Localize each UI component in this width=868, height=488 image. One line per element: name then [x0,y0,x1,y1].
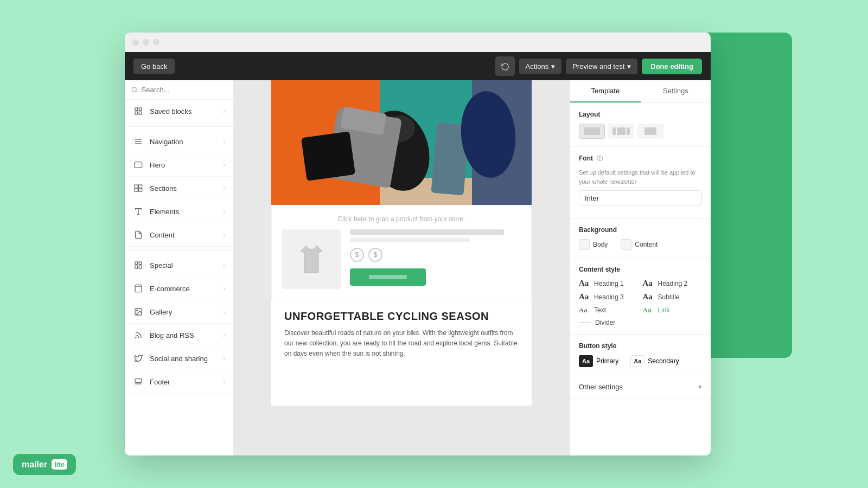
bg-content-label: Content [635,241,658,248]
content-color-swatch[interactable] [621,239,631,250]
hero-label: Hero [150,161,218,169]
font-label-row: Font ⓘ [579,155,702,163]
bg-body-label: Body [593,241,608,248]
done-editing-button[interactable]: Done editing [642,59,702,74]
sidebar-item-sections[interactable]: Sections › [125,177,233,200]
sidebar-item-hero[interactable]: Hero › [125,153,233,177]
svg-rect-5 [139,112,142,114]
sections-chevron-icon: › [223,185,225,191]
content-icon [132,229,144,241]
other-settings-row[interactable]: Other settings ▾ [579,383,702,391]
svg-rect-17 [139,262,142,265]
svg-rect-19 [135,266,138,268]
style-heading1[interactable]: Aa Heading 1 [579,279,639,288]
footer-icon [132,376,144,388]
button-primary-item[interactable]: Aa Primary [579,355,618,367]
style-heading3[interactable]: Aa Heading 3 [579,292,639,301]
actions-button[interactable]: Actions ▾ [519,59,562,74]
sidebar-item-blog-rss[interactable]: Blog and RSS › [125,324,233,347]
style-subtitle[interactable]: Aa Subtitle [643,292,703,301]
go-back-button[interactable]: Go back [133,59,175,74]
primary-label: Primary [596,357,618,365]
preview-button[interactable]: Preview and test ▾ [566,59,637,74]
content-chevron-icon: › [223,232,225,238]
title-bar [125,33,711,52]
product-image-placeholder [282,229,341,289]
tab-template[interactable]: Template [570,80,641,102]
background-section: Background Body Content [570,219,711,258]
history-button[interactable] [495,56,515,76]
elements-label: Elements [150,208,218,216]
other-settings-section[interactable]: Other settings ▾ [570,375,711,399]
add-to-cart-button[interactable] [350,268,426,286]
logo-text: mailer [22,460,47,470]
font-select[interactable]: Inter Arial Georgia [579,190,702,206]
divider-label: Divider [595,319,615,326]
saved-blocks-label: Saved blocks [150,107,218,115]
content-style-label: Content style [579,266,702,273]
hero-image[interactable] [271,80,532,205]
svg-point-0 [132,87,136,92]
svg-rect-2 [135,108,138,111]
product-price-icons: $ $ [350,248,521,262]
traffic-light-green [153,39,159,46]
sidebar-item-social[interactable]: Social and sharing › [125,347,233,370]
sidebar-item-content[interactable]: Content › [125,223,233,247]
layout-bar-left [612,127,616,135]
bg-option-body[interactable]: Body [579,239,608,250]
body-color-swatch[interactable] [579,239,590,250]
content-label: Content [150,231,218,239]
button-secondary-item[interactable]: Aa Secondary [630,355,679,367]
product-section[interactable]: Click here to grab a product from your s… [271,205,532,299]
svg-rect-10 [135,185,138,188]
bg-option-content[interactable]: Content [621,239,658,250]
logo-badge: lite [52,459,67,470]
elements-icon [132,206,144,217]
product-subtitle-bar [350,238,470,242]
sidebar-item-ecommerce[interactable]: E-commerce › [125,277,233,300]
right-panel: Template Settings Layout [570,80,711,455]
sidebar-item-footer[interactable]: Footer › [125,370,233,394]
layout-option-slim[interactable] [637,124,663,139]
sidebar-item-elements[interactable]: Elements › [125,200,233,223]
search-input[interactable] [142,86,226,94]
layout-option-centered[interactable] [608,124,634,139]
gallery-label: Gallery [150,308,218,316]
product-grab-text: Click here to grab a product from your s… [282,215,521,223]
social-icon [132,352,144,364]
sidebar-item-saved-blocks[interactable]: Saved blocks › [125,100,233,123]
primary-button-preview: Aa [579,355,593,367]
social-chevron-icon: › [223,355,225,362]
special-chevron-icon: › [223,262,225,268]
layout-options [579,124,702,139]
svg-rect-11 [139,185,142,188]
toolbar: Go back Actions ▾ Preview and test ▾ Don… [125,52,711,80]
layout-bar-full [584,127,600,135]
email-body-text: Discover beautiful roads of nature on yo… [284,328,519,359]
product-title-bar [350,229,504,235]
saved-blocks-chevron-icon: › [223,108,225,114]
divider-preview [579,322,591,323]
sidebar-item-gallery[interactable]: Gallery › [125,300,233,324]
special-label: Special [150,261,218,269]
layout-option-full[interactable] [579,124,605,139]
tab-settings[interactable]: Settings [641,80,711,102]
background-label: Background [579,226,702,234]
sections-icon [132,182,144,194]
sidebar-item-special[interactable]: Special › [125,254,233,277]
right-panel-tabs: Template Settings [570,80,711,103]
svg-point-23 [136,337,136,338]
navigation-icon [132,136,144,147]
layout-bar-right [627,127,630,135]
traffic-light-red [132,39,139,46]
divider-item[interactable]: Divider [579,319,702,326]
sidebar-item-navigation[interactable]: Navigation › [125,130,233,153]
newsletter-description: Set up default settings that will be app… [579,168,702,186]
style-heading2[interactable]: Aa Heading 2 [643,279,703,288]
font-section: Font ⓘ Set up default settings that will… [570,147,711,219]
style-text[interactable]: Aa Text [579,306,639,314]
style-link[interactable]: Aa Link [643,306,703,314]
ecommerce-chevron-icon: › [223,285,225,292]
hero-clothing-svg [271,80,532,205]
search-box[interactable] [125,80,233,100]
